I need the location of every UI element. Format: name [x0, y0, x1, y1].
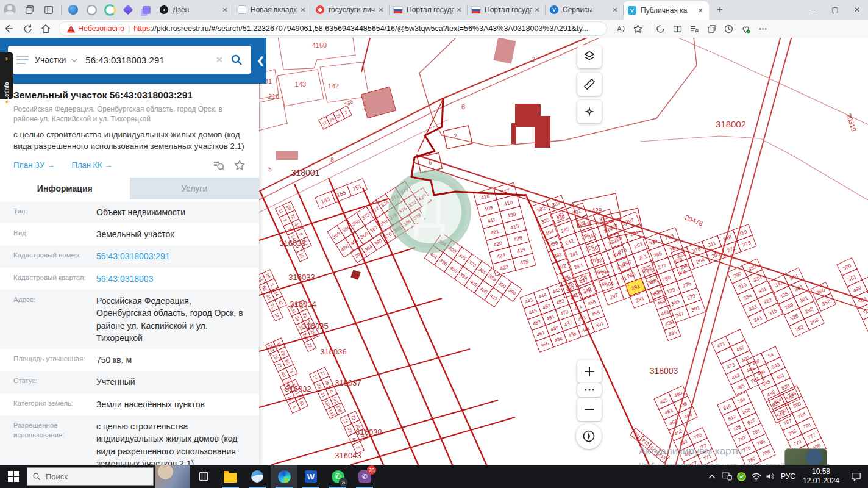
clear-search-icon[interactable]: ✕ [215, 54, 223, 65]
tab-close-icon[interactable]: ✕ [610, 5, 620, 15]
svg-text:772: 772 [698, 443, 708, 451]
clock[interactable]: 10:5812.01.2024 [799, 467, 844, 486]
whatsapp-taskbar-icon[interactable]: ✆3 [324, 465, 351, 488]
copilot-icon[interactable] [652, 21, 669, 37]
browser-essentials-icon[interactable] [737, 21, 754, 37]
tab-close-icon[interactable]: ✕ [376, 5, 386, 15]
wifi-icon[interactable] [749, 465, 763, 488]
browser-tab-6[interactable]: VСервисы✕ [546, 0, 624, 20]
photos-taskbar-icon[interactable] [244, 465, 271, 488]
tab-close-icon[interactable]: ✕ [298, 5, 308, 15]
pin-tiles-pinned-tab[interactable] [137, 1, 155, 18]
browser-tab-5[interactable]: Портал госуда✕ [468, 0, 546, 20]
tray-chevron-up-icon[interactable] [705, 465, 719, 488]
cast-device-icon[interactable] [719, 465, 734, 488]
svg-text:15: 15 [342, 418, 349, 425]
workspaces-icon[interactable] [21, 2, 37, 18]
pin-teal-pinned-tab[interactable] [101, 1, 119, 18]
browser-tab-7[interactable]: VПубличная ка✕ [624, 1, 709, 20]
svg-text:461: 461 [683, 450, 693, 458]
svg-text:22: 22 [290, 213, 297, 220]
svg-text:51: 51 [298, 400, 305, 407]
zoom-more-button[interactable] [577, 383, 602, 396]
svg-text:216: 216 [268, 93, 279, 100]
browser-tab-3[interactable]: госуслуги лич✕ [311, 0, 390, 20]
tab-close-icon[interactable]: ✕ [220, 5, 230, 15]
browser-tab-4[interactable]: Портал госуда✕ [390, 0, 468, 20]
antivirus-icon[interactable] [734, 465, 749, 488]
taskbar-search[interactable]: Поиск [27, 467, 154, 486]
back-button[interactable] [0, 21, 18, 37]
start-button[interactable] [0, 465, 27, 488]
plan-kk-link[interactable]: План КК → [72, 160, 113, 170]
svg-text:360: 360 [816, 287, 826, 296]
detail-search-icon[interactable] [213, 159, 225, 171]
zoom-in-button[interactable] [577, 360, 602, 383]
svg-text:241: 241 [569, 249, 579, 258]
browser-tab-2[interactable]: Новая вкладк✕ [233, 0, 311, 20]
pin-blue-pinned-tab[interactable] [64, 1, 82, 18]
svg-text:402: 402 [350, 237, 360, 246]
tab-close-icon[interactable]: ✕ [454, 5, 464, 15]
volume-icon[interactable] [763, 465, 778, 488]
new-tab-button[interactable]: + [713, 2, 727, 17]
read-aloud-icon[interactable]: A [612, 21, 629, 37]
tab-close-icon[interactable]: ✕ [695, 5, 705, 15]
tab-close-icon[interactable]: ✕ [532, 5, 542, 15]
my-location-button[interactable] [576, 423, 602, 449]
field-value: с целью строительства индивидуальных жил… [96, 420, 247, 465]
field-value-link[interactable]: 56:43:0318003:291 [96, 250, 247, 262]
history-icon[interactable] [720, 21, 737, 37]
field-value-link[interactable]: 56:43:0318003 [96, 273, 247, 285]
cadastral-map[interactable]: 1451551513633663683733773743713794284023… [259, 38, 868, 465]
edge-taskbar-icon[interactable] [271, 465, 297, 488]
letinfo-extension-tab[interactable]: › ●Letinfo [0, 52, 13, 99]
favorite-parcel-star-icon[interactable] [233, 159, 246, 171]
vertical-tabs-icon[interactable] [41, 2, 57, 18]
layers-button[interactable] [577, 45, 602, 68]
tab-services[interactable]: Услуги [130, 178, 260, 199]
minimize-button[interactable]: – [802, 0, 824, 20]
plan-zu-link[interactable]: План ЗУ → [13, 160, 55, 170]
language-indicator[interactable]: РУС [778, 472, 799, 481]
chevron-down-icon[interactable] [71, 58, 78, 63]
search-category-select[interactable]: Участки [35, 55, 66, 65]
security-warning-label[interactable]: Небезопасно [78, 24, 124, 33]
locate-object-button[interactable] [577, 100, 602, 123]
pin-ring-pinned-tab[interactable] [82, 1, 101, 18]
svg-text:316032: 316032 [285, 384, 311, 393]
word-taskbar-icon[interactable]: W [297, 465, 324, 488]
maximize-button[interactable]: ▢ [824, 0, 846, 20]
collapse-panel-icon[interactable]: ❮ [257, 55, 265, 66]
browser-tab-1[interactable]: Дзен✕ [155, 0, 233, 20]
favorites-bar-icon[interactable] [686, 21, 703, 37]
zoom-out-button[interactable] [577, 398, 602, 421]
pin-spark-pinned-tab[interactable] [119, 1, 137, 18]
svg-text:2: 2 [355, 445, 361, 450]
notification-center-icon[interactable] [844, 465, 868, 488]
measure-ruler-button[interactable] [577, 73, 602, 96]
profile-button[interactable] [2, 2, 18, 18]
tab-information[interactable]: Информация [0, 178, 130, 199]
search-input[interactable] [84, 54, 215, 66]
explorer-taskbar-icon[interactable] [217, 465, 244, 488]
more-menu-icon[interactable] [754, 21, 771, 37]
viber-taskbar-icon[interactable]: ✆76 [351, 465, 378, 488]
search-icon[interactable] [230, 54, 243, 66]
address-bar[interactable]: Небезопасно | https ://pkk.rosreestr.ru/… [59, 21, 607, 36]
close-button[interactable]: ✕ [846, 0, 868, 20]
basemap-preview-thumbnail[interactable] [784, 448, 827, 465]
divider: | [128, 24, 130, 33]
favorite-star-icon[interactable] [629, 21, 646, 37]
home-button[interactable] [37, 21, 55, 37]
menu-icon[interactable] [16, 55, 29, 65]
search-placeholder: Поиск [46, 472, 68, 481]
split-screen-icon[interactable] [669, 21, 686, 37]
refresh-button[interactable] [18, 21, 37, 37]
svg-text:8: 8 [298, 232, 304, 237]
svg-text:23: 23 [316, 382, 323, 389]
task-view-button[interactable] [190, 465, 217, 488]
widgets-thumbnail[interactable] [155, 465, 190, 488]
collections-icon[interactable] [703, 21, 720, 37]
page-url[interactable]: ://pkk.rosreestr.ru/#/search/51.22326707… [150, 24, 588, 33]
